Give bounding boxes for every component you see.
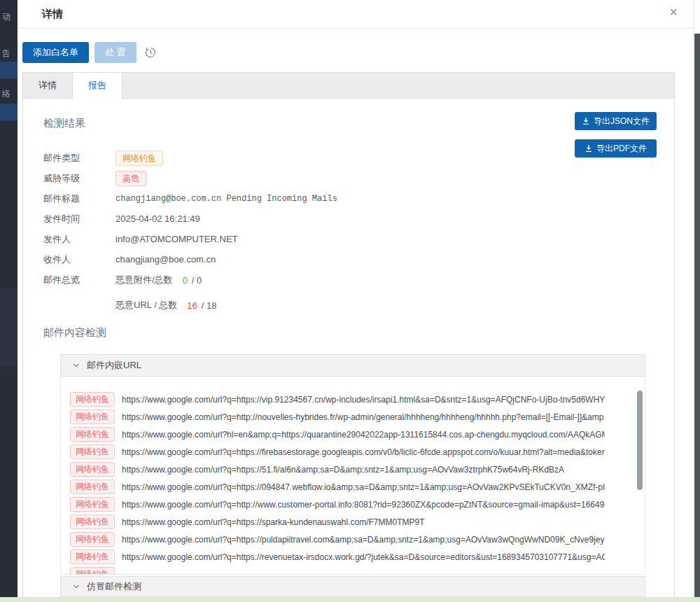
tab-detail[interactable]: 详情: [23, 73, 73, 98]
modal-title: 详情: [42, 8, 63, 21]
url-text: https://www.google.com/url?q=https://pul…: [122, 535, 605, 545]
phishing-tag: 网络钓鱼: [70, 410, 115, 424]
field-label: 邮件总览: [43, 272, 115, 288]
counterfeit-panel-header[interactable]: 仿冒邮件检测: [60, 576, 645, 597]
mail-overview-row: 邮件总览 恶意附件/总数 0 / 0: [43, 272, 576, 293]
overview-line: 恶意URL / 总数 16 / 18: [115, 298, 217, 313]
page-scrollbar[interactable]: [693, 0, 700, 602]
phishing-tag: 网络钓鱼: [70, 392, 115, 407]
sidebar-active-item: [0, 104, 18, 120]
field-label: 威胁等级: [43, 171, 115, 186]
field-value: info@ATOMCOMPUTER.NET: [115, 232, 238, 247]
attachment-total: / 0: [192, 275, 202, 286]
history-clock-icon[interactable]: [144, 46, 157, 59]
field-label: 邮件标题: [43, 191, 115, 206]
result-section-title: 检测结果: [43, 117, 85, 130]
embedded-url-list: 网络钓鱼https://www.google.com/url?q=https:/…: [60, 377, 645, 575]
report-tab-body: 导出JSON文件 导出PDF文件 检测结果 邮件类型网络钓鱼威胁等级高危邮件标题…: [23, 99, 674, 602]
url-text: https://www.google.com/url?q=https://51.…: [122, 465, 564, 475]
embedded-url-panel-title: 邮件内嵌URL: [87, 359, 141, 372]
url-row: 网络钓鱼https://www.google.com/url?q=https:/…: [61, 548, 645, 566]
url-row: 网络钓鱼https://www.google.com/url?q=http://…: [61, 408, 645, 426]
counterfeit-panel-title: 仿冒邮件检测: [87, 580, 141, 593]
url-row: 网络钓鱼: [61, 566, 645, 575]
export-json-button[interactable]: 导出JSON文件: [575, 112, 657, 130]
phishing-tag: 网络钓鱼: [70, 427, 115, 442]
phishing-tag: 网络钓鱼: [70, 532, 115, 547]
export-pdf-label: 导出PDF文件: [596, 143, 647, 155]
phishing-tag: 网络钓鱼: [70, 567, 115, 575]
field-row: 邮件类型网络钓鱼: [43, 150, 576, 166]
url-row: 网络钓鱼https://www.google.com/url?q=https:/…: [61, 531, 645, 548]
field-row: 发件时间2025-04-02 16:21:49: [43, 211, 576, 227]
url-row: 网络钓鱼https://www.google.com/url?q=https:/…: [61, 513, 645, 531]
close-icon[interactable]: ×: [669, 5, 678, 19]
mail-type-badge: 网络钓鱼: [115, 150, 163, 166]
field-label: 发件人: [43, 232, 115, 247]
chevron-down-icon: [72, 361, 80, 370]
toolbar: 添加白名单 处 置: [22, 42, 157, 63]
chevron-down-icon: [72, 582, 80, 591]
malicious-url-count: 16: [187, 300, 197, 311]
field-label: 邮件类型: [43, 150, 115, 166]
export-json-label: 导出JSON文件: [594, 115, 650, 127]
detail-modal: 详情 × 添加白名单 处 置 详情 报告 导出JSON文件: [18, 0, 693, 602]
download-icon: [582, 117, 590, 125]
phishing-tag: 网络钓鱼: [70, 444, 115, 459]
content-detect-panels: 邮件内嵌URL 网络钓鱼https://www.google.com/url?q…: [60, 354, 645, 597]
content-section-title: 邮件内容检测: [43, 326, 106, 340]
export-pdf-button[interactable]: 导出PDF文件: [575, 139, 657, 158]
malicious-attachment-count: 0: [183, 275, 188, 286]
embedded-url-panel-header[interactable]: 邮件内嵌URL: [60, 354, 645, 377]
url-total: / 18: [202, 300, 217, 311]
tab-report[interactable]: 报告: [73, 73, 122, 99]
url-row: 网络钓鱼https://www.google.com/url?q=http://…: [61, 496, 645, 513]
threat-level-badge: 高危: [115, 171, 146, 186]
mail-overview-row: 恶意URL / 总数 16 / 18: [43, 298, 576, 318]
tab-card: 详情 报告 导出JSON文件 导出PDF文件 检测结果 邮件类型网络钓鱼威胁等级…: [22, 72, 675, 602]
url-row: 网络钓鱼https://www.google.com/url?q=https:/…: [61, 391, 645, 408]
field-row: 收件人changjiang@boe.com.cn: [43, 252, 576, 267]
url-text: https://www.google.com/url?q=https://spa…: [122, 517, 425, 527]
sidebar-band: [0, 288, 18, 365]
url-text: https://www.google.com/url?q=https://094…: [122, 482, 605, 492]
overview-line: 恶意附件/总数 0 / 0: [115, 272, 202, 288]
overview-metric-label: 恶意附件/总数: [115, 274, 173, 286]
url-list-scrollbar-thumb[interactable]: [637, 391, 643, 490]
url-text: https://www.google.com/url?q=https://fir…: [122, 447, 605, 457]
field-value: 2025-04-02 16:21:49: [115, 211, 200, 227]
url-text: https://www.google.com/url?q=http://nouv…: [122, 412, 605, 422]
background-page-strip: [0, 597, 700, 602]
sidebar-text-fragment: 络: [2, 88, 18, 100]
sidebar-text-fragment: 动: [2, 11, 18, 23]
field-value: changjiang@boe.com.cn: [115, 252, 216, 267]
phishing-tag: 网络钓鱼: [70, 462, 115, 477]
url-text: https://www.google.com/url?q=https://rev…: [122, 552, 605, 562]
result-fields: 邮件类型网络钓鱼威胁等级高危邮件标题changjiang@boe.com.cn …: [43, 150, 576, 323]
field-value: changjiang@boe.com.cn Pending Incoming M…: [115, 191, 337, 206]
phishing-tag: 网络钓鱼: [70, 497, 115, 512]
url-row: 网络钓鱼https://www.google.com/url?q=https:/…: [61, 443, 645, 461]
page-scrollbar-thumb[interactable]: [694, 34, 700, 598]
field-label: 收件人: [43, 252, 115, 267]
sidebar-active-item: [0, 62, 18, 78]
add-whitelist-button[interactable]: 添加白名单: [22, 42, 89, 63]
dispose-button[interactable]: 处 置: [94, 42, 136, 63]
field-row: 发件人info@ATOMCOMPUTER.NET: [43, 232, 576, 247]
phishing-tag: 网络钓鱼: [70, 550, 115, 564]
field-row: 威胁等级高危: [43, 171, 576, 186]
phishing-tag: 网络钓鱼: [70, 514, 115, 529]
background-sidebar: 动 告 络: [0, 0, 18, 602]
url-text: https://www.google.com/url?q=https://vip…: [122, 395, 605, 405]
url-row: 网络钓鱼https://www.google.com/url?q=https:/…: [61, 461, 645, 478]
url-row: 网络钓鱼https://www.google.com/url?q=https:/…: [61, 478, 645, 496]
download-icon: [584, 144, 593, 153]
tab-bar: 详情 报告: [23, 73, 674, 99]
phishing-tag: 网络钓鱼: [70, 479, 115, 494]
url-text: https://www.google.com/url?hl=en&amp;q=h…: [122, 430, 605, 440]
url-row: 网络钓鱼https://www.google.com/url?hl=en&amp…: [61, 426, 645, 443]
url-text: https://www.google.com/url?q=http://www.…: [122, 500, 605, 510]
overview-metric-label: 恶意URL / 总数: [115, 299, 177, 312]
modal-header: 详情 ×: [18, 0, 693, 29]
field-row: 邮件标题changjiang@boe.com.cn Pending Incomi…: [43, 191, 576, 206]
